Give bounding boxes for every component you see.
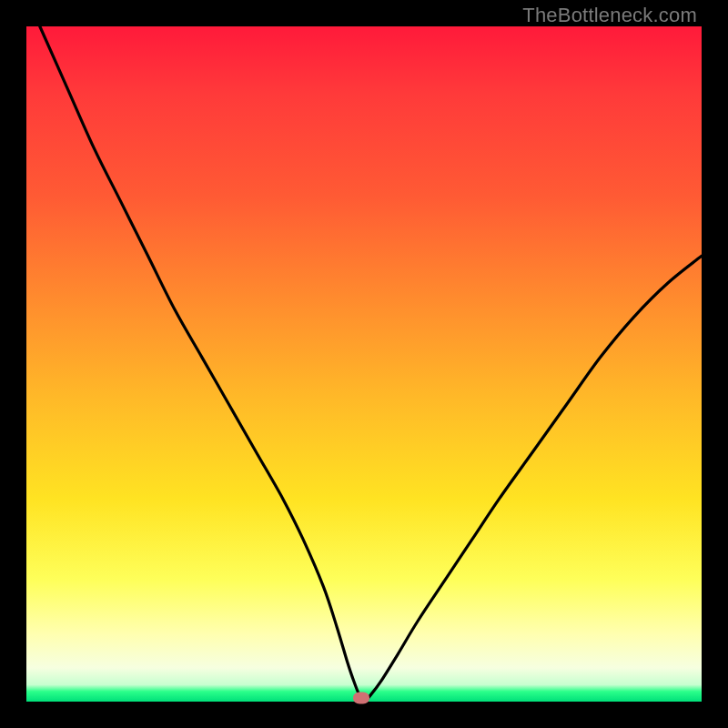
bottleneck-curve <box>26 26 702 702</box>
plot-area <box>26 26 702 702</box>
optimum-marker <box>353 692 369 703</box>
curve-path <box>40 26 702 702</box>
watermark-text: TheBottleneck.com <box>522 4 697 27</box>
chart-frame: TheBottleneck.com <box>0 0 728 728</box>
